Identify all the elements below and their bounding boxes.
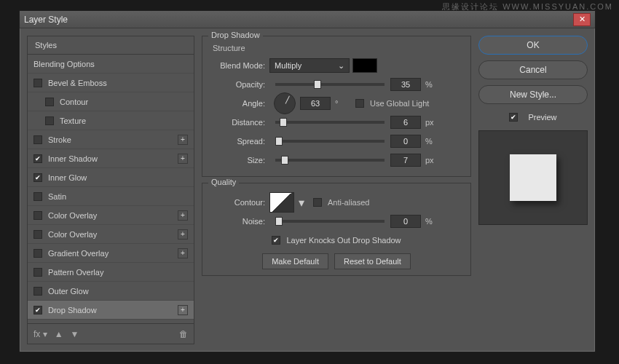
style-checkbox[interactable] — [45, 116, 54, 125]
noise-slider[interactable] — [275, 220, 385, 223]
style-row[interactable]: Inner Glow — [28, 168, 194, 187]
spread-slider[interactable] — [275, 140, 385, 143]
add-effect-icon[interactable]: + — [178, 248, 188, 258]
styles-list: Blending OptionsBevel & EmbossContourTex… — [28, 55, 194, 323]
style-checkbox[interactable] — [33, 287, 42, 296]
style-label: Contour — [60, 98, 88, 106]
contour-label: Contour: — [210, 198, 269, 207]
down-icon[interactable]: ▼ — [71, 329, 79, 339]
style-checkbox[interactable] — [33, 306, 42, 314]
style-checkbox[interactable] — [33, 173, 42, 182]
styles-footer: fx ▾ ▲ ▼ 🗑 — [28, 323, 194, 344]
styles-panel: Styles Blending OptionsBevel & EmbossCon… — [27, 36, 194, 344]
preview-thumbnail — [510, 154, 556, 201]
opacity-input[interactable]: 35 — [390, 78, 421, 91]
shadow-color-swatch[interactable] — [352, 58, 377, 73]
styles-header[interactable]: Styles — [28, 36, 194, 55]
close-button[interactable]: ✕ — [573, 13, 591, 26]
opacity-label: Opacity: — [210, 80, 269, 89]
reset-default-button[interactable]: Reset to Default — [334, 253, 411, 269]
style-row[interactable]: Blending Options — [28, 55, 194, 74]
make-default-button[interactable]: Make Default — [262, 253, 328, 269]
close-icon: ✕ — [579, 15, 586, 24]
spread-label: Spread: — [210, 137, 269, 146]
spread-unit: % — [425, 137, 438, 146]
style-checkbox[interactable] — [33, 268, 42, 277]
titlebar[interactable]: Layer Style ✕ — [20, 11, 595, 28]
preview-box — [478, 130, 588, 225]
up-icon[interactable]: ▲ — [55, 329, 63, 339]
settings-panel: Drop Shadow Structure Blend Mode: Multip… — [202, 36, 471, 344]
style-row[interactable]: Color Overlay+ — [28, 206, 194, 225]
style-row[interactable]: Color Overlay+ — [28, 225, 194, 244]
style-row[interactable]: Inner Shadow+ — [28, 149, 194, 168]
add-effect-icon[interactable]: + — [178, 210, 188, 221]
add-effect-icon[interactable]: + — [178, 305, 188, 315]
style-label: Drop Shadow — [48, 306, 97, 314]
angle-input[interactable]: 63 — [300, 97, 331, 110]
style-checkbox[interactable] — [33, 192, 42, 201]
noise-input[interactable]: 0 — [390, 215, 421, 228]
distance-input[interactable]: 6 — [390, 116, 421, 129]
add-effect-icon[interactable]: + — [178, 135, 188, 145]
size-input[interactable]: 7 — [390, 154, 421, 167]
size-label: Size: — [210, 156, 269, 165]
new-style-button[interactable]: New Style... — [478, 85, 588, 104]
add-effect-icon[interactable]: + — [178, 154, 188, 164]
antialiased-checkbox[interactable] — [313, 198, 322, 207]
contour-picker[interactable] — [269, 192, 294, 213]
blend-mode-select[interactable]: Multiply⌄ — [269, 58, 350, 73]
style-checkbox[interactable] — [33, 154, 42, 163]
noise-label: Noise: — [210, 217, 269, 226]
group-title: Drop Shadow — [208, 31, 263, 39]
style-row[interactable]: Texture — [28, 111, 194, 130]
ok-button[interactable]: OK — [478, 36, 588, 55]
quality-title: Quality — [208, 178, 239, 186]
style-label: Blending Options — [33, 60, 95, 68]
cancel-button[interactable]: Cancel — [478, 60, 588, 79]
structure-group: Drop Shadow Structure Blend Mode: Multip… — [202, 36, 471, 177]
style-row[interactable]: Pattern Overlay — [28, 263, 194, 282]
style-checkbox[interactable] — [45, 98, 54, 106]
style-row[interactable]: Gradient Overlay+ — [28, 244, 194, 263]
size-slider[interactable] — [275, 159, 385, 162]
angle-label: Angle: — [210, 99, 269, 108]
style-row[interactable]: Drop Shadow+ — [28, 301, 194, 320]
style-row[interactable]: Bevel & Emboss — [28, 74, 194, 92]
style-checkbox[interactable] — [33, 79, 42, 87]
structure-subtitle: Structure — [213, 44, 463, 52]
chevron-down-icon[interactable]: ▾ — [299, 196, 304, 210]
knockout-checkbox[interactable] — [272, 236, 280, 245]
style-label: Color Overlay — [48, 230, 97, 239]
style-checkbox[interactable] — [33, 135, 42, 144]
global-light-checkbox[interactable] — [355, 99, 364, 108]
angle-unit: ° — [335, 99, 348, 108]
style-label: Gradient Overlay — [48, 249, 109, 258]
distance-label: Distance: — [210, 118, 269, 127]
style-label: Color Overlay — [48, 211, 97, 220]
noise-unit: % — [425, 217, 438, 226]
style-checkbox[interactable] — [33, 249, 42, 258]
style-label: Outer Glow — [48, 287, 89, 296]
opacity-unit: % — [425, 80, 438, 89]
distance-slider[interactable] — [275, 121, 385, 124]
style-label: Pattern Overlay — [48, 268, 103, 277]
style-row[interactable]: Satin — [28, 187, 194, 206]
add-effect-icon[interactable]: + — [178, 229, 188, 240]
style-row[interactable]: Outer Glow — [28, 282, 194, 301]
fx-icon[interactable]: fx ▾ — [33, 329, 47, 339]
style-checkbox[interactable] — [33, 211, 42, 220]
spread-input[interactable]: 0 — [390, 135, 421, 148]
style-checkbox[interactable] — [33, 230, 42, 239]
style-row[interactable]: Stroke+ — [28, 130, 194, 149]
style-label: Bevel & Emboss — [48, 79, 107, 87]
chevron-down-icon: ⌄ — [338, 61, 344, 71]
preview-label: Preview — [528, 113, 556, 122]
style-label: Texture — [60, 116, 86, 125]
style-row[interactable]: Contour — [28, 92, 194, 111]
style-label: Inner Shadow — [48, 154, 98, 163]
angle-dial[interactable] — [274, 92, 296, 114]
preview-checkbox[interactable] — [509, 113, 518, 122]
trash-icon[interactable]: 🗑 — [179, 329, 188, 339]
opacity-slider[interactable] — [275, 83, 385, 86]
